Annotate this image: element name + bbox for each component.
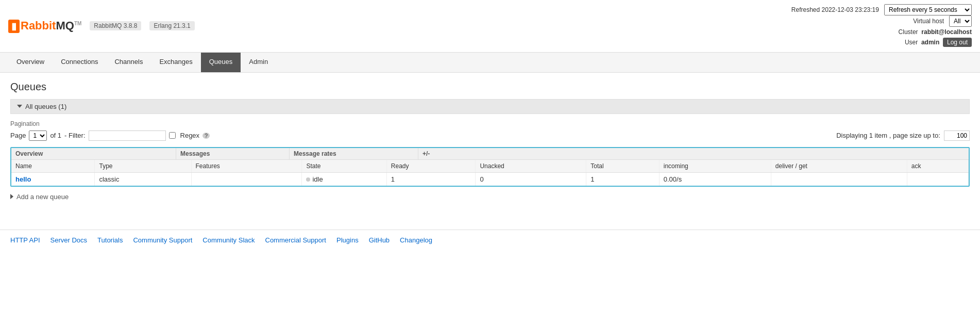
filter-input[interactable]	[89, 131, 166, 141]
footer-link[interactable]: Commercial Support	[265, 236, 327, 244]
main-content: Queues All queues (1) Pagination Page 1 …	[0, 73, 980, 209]
footer-link[interactable]: Changelog	[400, 236, 432, 244]
footer-link[interactable]: Community Slack	[202, 236, 255, 244]
footer-link[interactable]: Server Docs	[50, 236, 88, 244]
col-state: State	[302, 160, 386, 173]
nav-channels[interactable]: Channels	[106, 53, 151, 72]
expand-icon	[10, 194, 13, 199]
footer-link[interactable]: Tutorials	[97, 236, 123, 244]
cell-ready: 1	[386, 172, 476, 186]
cell-deliver-get	[771, 172, 907, 186]
group-plus-minus: +/-	[418, 148, 439, 159]
logo: ▮RabbitMQTM	[8, 19, 81, 33]
erlang-version: Erlang 21.3.1	[149, 21, 194, 30]
user-row: User admin Log out	[791, 37, 972, 47]
footer-link[interactable]: Community Support	[133, 236, 192, 244]
header-right: Refreshed 2022-12-03 23:23:19 Refresh ev…	[791, 4, 972, 48]
collapse-icon	[17, 105, 22, 108]
regex-checkbox[interactable]	[169, 132, 176, 139]
footer-link[interactable]: HTTP API	[10, 236, 40, 244]
col-incoming: incoming	[659, 160, 771, 173]
page-title: Queues	[10, 81, 970, 93]
pagination-controls: Page 1 of 1 - Filter: Regex ? Displaying…	[10, 131, 970, 141]
nav: Overview Connections Channels Exchanges …	[0, 53, 980, 73]
refresh-row: Refreshed 2022-12-03 23:23:19 Refresh ev…	[791, 4, 972, 15]
col-name: Name	[11, 160, 95, 173]
queue-name-link[interactable]: hello	[15, 175, 31, 183]
add-queue-link[interactable]: Add a new queue	[10, 193, 970, 201]
col-type: Type	[95, 160, 191, 173]
regex-help-icon[interactable]: ?	[202, 133, 210, 139]
idle-dot	[306, 177, 310, 182]
col-unacked: Unacked	[476, 160, 586, 173]
table-row: hello classic idle 1 0 1 0.00/s	[11, 172, 969, 186]
logo-mq-text: MQ	[56, 19, 74, 32]
vhost-select[interactable]: All	[949, 15, 972, 27]
col-deliver-get: deliver / get	[771, 160, 907, 173]
filter-label: - Filter:	[64, 132, 85, 139]
cell-unacked: 0	[476, 172, 586, 186]
logo-rabbit-text: Rabbit	[21, 19, 56, 32]
cell-features	[191, 172, 302, 186]
nav-queues[interactable]: Queues	[201, 53, 241, 72]
add-queue-label: Add a new queue	[16, 193, 69, 201]
cluster-label: Cluster	[899, 28, 918, 36]
nav-admin[interactable]: Admin	[241, 53, 276, 72]
page-label: Page	[10, 132, 26, 139]
cell-incoming: 0.00/s	[659, 172, 771, 186]
nav-exchanges[interactable]: Exchanges	[151, 53, 200, 72]
pagination-section: Pagination Page 1 of 1 - Filter: Regex ?…	[10, 120, 970, 141]
footer-link[interactable]: Plugins	[336, 236, 359, 244]
cell-ack	[907, 172, 968, 186]
group-messages: Messages	[176, 148, 290, 159]
of-label: of 1	[50, 132, 61, 139]
pagination-label: Pagination	[10, 120, 970, 127]
user-label: User	[905, 39, 918, 46]
header: ▮RabbitMQTM RabbitMQ 3.8.8 Erlang 21.3.1…	[0, 0, 980, 53]
logout-button[interactable]: Log out	[943, 38, 972, 47]
cell-state: idle	[302, 172, 386, 186]
refreshed-timestamp: Refreshed 2022-12-03 23:23:19	[791, 6, 879, 13]
vhost-label: Virtual host	[913, 18, 944, 25]
nav-overview[interactable]: Overview	[8, 53, 53, 72]
col-total: Total	[586, 160, 659, 173]
footer: HTTP APIServer DocsTutorialsCommunity Su…	[0, 230, 980, 250]
refresh-select[interactable]: Refresh every 5 seconds Refresh every 10…	[884, 4, 972, 15]
cluster-value: rabbit@localhost	[921, 28, 972, 36]
regex-label: Regex	[180, 132, 200, 139]
display-info: Displaying 1 item , page size up to:	[836, 131, 970, 141]
queue-table-container: Overview Messages Message rates +/- Name…	[10, 147, 970, 187]
table-group-headers: Overview Messages Message rates +/-	[11, 148, 969, 160]
queue-table: Name Type Features State Ready Unacked T…	[11, 160, 969, 186]
cell-total: 1	[586, 172, 659, 186]
displaying-label: Displaying 1 item , page size up to:	[836, 132, 940, 139]
all-queues-label: All queues (1)	[25, 103, 66, 110]
add-queue-section: Add a new queue	[10, 193, 970, 201]
logo-tm-text: TM	[74, 21, 81, 26]
rabbitmq-version: RabbitMQ 3.8.8	[90, 21, 141, 30]
vhost-row: Virtual host All	[791, 15, 972, 27]
nav-connections[interactable]: Connections	[53, 53, 106, 72]
logo-area: ▮RabbitMQTM RabbitMQ 3.8.8 Erlang 21.3.1	[8, 19, 195, 33]
footer-link[interactable]: GitHub	[369, 236, 390, 244]
col-features: Features	[191, 160, 302, 173]
cell-name: hello	[11, 172, 95, 186]
col-ack: ack	[907, 160, 968, 173]
group-overview: Overview	[11, 148, 176, 159]
page-size-input[interactable]	[944, 131, 970, 141]
group-message-rates: Message rates	[290, 148, 418, 159]
cluster-row: Cluster rabbit@localhost	[791, 27, 972, 37]
cell-type: classic	[95, 172, 191, 186]
page-select[interactable]: 1	[29, 131, 47, 141]
all-queues-header[interactable]: All queues (1)	[10, 99, 970, 114]
user-value: admin	[921, 39, 939, 46]
col-ready: Ready	[386, 160, 476, 173]
